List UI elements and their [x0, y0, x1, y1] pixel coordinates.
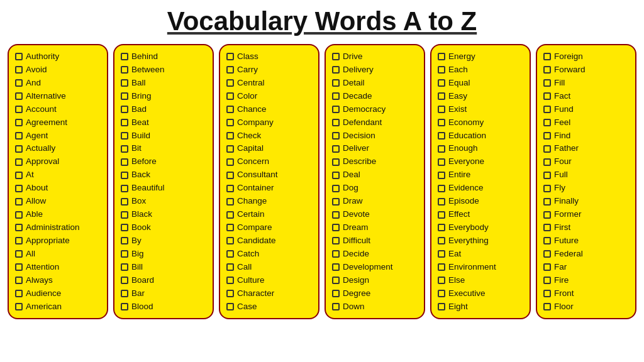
list-item[interactable]: Audience: [15, 287, 101, 300]
checkbox-icon[interactable]: [543, 303, 551, 310]
list-item[interactable]: Carry: [226, 63, 312, 77]
list-item[interactable]: Education: [438, 129, 523, 143]
list-item[interactable]: Else: [438, 274, 523, 287]
checkbox-icon[interactable]: [121, 250, 128, 258]
checkbox-icon[interactable]: [226, 290, 234, 297]
checkbox-icon[interactable]: [438, 211, 445, 219]
checkbox-icon[interactable]: [438, 119, 445, 126]
checkbox-icon[interactable]: [438, 106, 445, 113]
checkbox-icon[interactable]: [226, 158, 234, 166]
checkbox-icon[interactable]: [332, 303, 340, 310]
checkbox-icon[interactable]: [226, 198, 234, 206]
checkbox-icon[interactable]: [543, 250, 551, 258]
list-item[interactable]: Finally: [543, 195, 629, 208]
checkbox-icon[interactable]: [438, 237, 445, 244]
checkbox-icon[interactable]: [226, 145, 234, 153]
list-item[interactable]: Dog: [332, 182, 418, 195]
checkbox-icon[interactable]: [226, 92, 234, 100]
checkbox-icon[interactable]: [332, 53, 340, 60]
list-item[interactable]: Fill: [543, 77, 629, 90]
list-item[interactable]: Book: [121, 221, 206, 234]
list-item[interactable]: Exist: [438, 103, 523, 116]
list-item[interactable]: Effect: [438, 208, 523, 221]
list-item[interactable]: Catch: [226, 248, 312, 261]
checkbox-icon[interactable]: [543, 277, 551, 284]
checkbox-icon[interactable]: [121, 277, 128, 284]
list-item[interactable]: Beat: [121, 116, 206, 129]
checkbox-icon[interactable]: [332, 92, 340, 100]
checkbox-icon[interactable]: [121, 290, 128, 297]
list-item[interactable]: Capital: [226, 142, 312, 155]
checkbox-icon[interactable]: [121, 224, 128, 231]
list-item[interactable]: Approval: [15, 155, 101, 168]
list-item[interactable]: Bad: [121, 103, 206, 116]
list-item[interactable]: Between: [121, 63, 206, 77]
checkbox-icon[interactable]: [15, 237, 23, 244]
list-item[interactable]: Each: [438, 63, 523, 77]
checkbox-icon[interactable]: [121, 53, 128, 60]
checkbox-icon[interactable]: [543, 79, 551, 87]
list-item[interactable]: Certain: [226, 208, 312, 221]
list-item[interactable]: Behind: [121, 50, 206, 63]
checkbox-icon[interactable]: [438, 66, 445, 74]
list-item[interactable]: Bring: [121, 90, 206, 103]
list-item[interactable]: Alternative: [15, 90, 101, 103]
checkbox-icon[interactable]: [226, 263, 234, 271]
list-item[interactable]: Box: [121, 195, 206, 208]
list-item[interactable]: Attention: [15, 261, 101, 274]
list-item[interactable]: Case: [226, 300, 312, 314]
list-item[interactable]: Bit: [121, 142, 206, 155]
checkbox-icon[interactable]: [226, 172, 234, 179]
checkbox-icon[interactable]: [438, 263, 445, 271]
list-item[interactable]: Detail: [332, 77, 418, 90]
list-item[interactable]: Class: [226, 50, 312, 63]
list-item[interactable]: Full: [543, 168, 629, 182]
list-item[interactable]: All: [15, 248, 101, 261]
checkbox-icon[interactable]: [15, 172, 23, 179]
checkbox-icon[interactable]: [332, 290, 340, 297]
list-item[interactable]: Dream: [332, 221, 418, 234]
checkbox-icon[interactable]: [332, 250, 340, 258]
checkbox-icon[interactable]: [332, 224, 340, 231]
list-item[interactable]: Future: [543, 234, 629, 248]
list-item[interactable]: Deal: [332, 168, 418, 182]
list-item[interactable]: Enough: [438, 142, 523, 155]
checkbox-icon[interactable]: [15, 132, 23, 140]
checkbox-icon[interactable]: [332, 198, 340, 206]
list-item[interactable]: And: [15, 77, 101, 90]
list-item[interactable]: Fund: [543, 103, 629, 116]
list-item[interactable]: Forward: [543, 63, 629, 77]
checkbox-icon[interactable]: [121, 198, 128, 206]
list-item[interactable]: Able: [15, 208, 101, 221]
list-item[interactable]: Always: [15, 274, 101, 287]
list-item[interactable]: Compare: [226, 221, 312, 234]
checkbox-icon[interactable]: [121, 237, 128, 244]
checkbox-icon[interactable]: [15, 290, 23, 297]
list-item[interactable]: Change: [226, 195, 312, 208]
list-item[interactable]: Design: [332, 274, 418, 287]
list-item[interactable]: Front: [543, 287, 629, 300]
checkbox-icon[interactable]: [332, 185, 340, 192]
list-item[interactable]: Before: [121, 155, 206, 168]
list-item[interactable]: Fact: [543, 90, 629, 103]
list-item[interactable]: Everything: [438, 234, 523, 248]
checkbox-icon[interactable]: [226, 185, 234, 192]
list-item[interactable]: Delivery: [332, 63, 418, 77]
checkbox-icon[interactable]: [438, 290, 445, 297]
checkbox-icon[interactable]: [121, 211, 128, 219]
checkbox-icon[interactable]: [332, 158, 340, 166]
list-item[interactable]: Executive: [438, 287, 523, 300]
checkbox-icon[interactable]: [15, 92, 23, 100]
checkbox-icon[interactable]: [543, 224, 551, 231]
list-item[interactable]: Difficult: [332, 234, 418, 248]
list-item[interactable]: Administration: [15, 221, 101, 234]
checkbox-icon[interactable]: [438, 132, 445, 140]
list-item[interactable]: Blood: [121, 300, 206, 314]
list-item[interactable]: Agent: [15, 129, 101, 143]
checkbox-icon[interactable]: [15, 263, 23, 271]
list-item[interactable]: Episode: [438, 195, 523, 208]
checkbox-icon[interactable]: [15, 158, 23, 166]
list-item[interactable]: Fire: [543, 274, 629, 287]
list-item[interactable]: Authority: [15, 50, 101, 63]
checkbox-icon[interactable]: [438, 172, 445, 179]
